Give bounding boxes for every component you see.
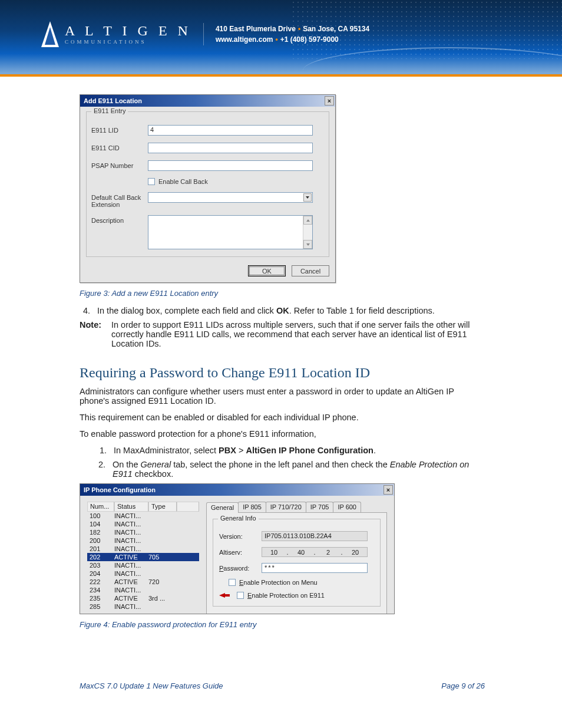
tab-ip-600[interactable]: IP 600 bbox=[333, 502, 361, 512]
col-fill bbox=[177, 502, 199, 512]
close-icon[interactable]: × bbox=[384, 485, 393, 495]
dialog-titlebar[interactable]: Add E911 Location × bbox=[80, 95, 335, 107]
general-info-group: General Info Version: IP705.0113.010B.22… bbox=[213, 519, 381, 607]
psap-number-input[interactable] bbox=[148, 160, 313, 171]
scroll-up-icon[interactable] bbox=[303, 216, 312, 225]
col-status[interactable]: Status bbox=[114, 502, 148, 512]
table-row[interactable]: 200INACTI... bbox=[87, 536, 199, 545]
version-value: IP705.0113.010B.22A4 bbox=[262, 531, 368, 541]
close-icon[interactable]: × bbox=[325, 96, 334, 106]
add-e911-location-dialog: Add E911 Location × E911 Entry E911 LID … bbox=[80, 94, 336, 283]
table-row[interactable]: 234INACTI... bbox=[87, 586, 199, 594]
default-callback-ext-select[interactable] bbox=[148, 192, 313, 203]
table-row[interactable]: 203INACTI... bbox=[87, 561, 199, 569]
dialog-titlebar[interactable]: IP Phone Configuration × bbox=[80, 484, 394, 496]
table-row[interactable]: 222ACTIVE720 bbox=[87, 578, 199, 586]
checkbox-icon bbox=[229, 579, 236, 586]
footer-left: MaxCS 7.0 Update 1 New Features Guide bbox=[80, 681, 223, 690]
version-label: Version: bbox=[219, 533, 262, 540]
dialog-title: Add E911 Location bbox=[84, 97, 142, 104]
table-row[interactable]: 182INACTI... bbox=[87, 528, 199, 536]
ip-phone-configuration-dialog: IP Phone Configuration × Num... Status T… bbox=[80, 483, 395, 614]
footer-right: Page 9 of 26 bbox=[441, 681, 485, 690]
checkbox-label: Enable Protection on Menu bbox=[239, 579, 318, 586]
description-textarea[interactable] bbox=[148, 215, 313, 249]
description-label: Description bbox=[91, 215, 148, 224]
header-contact: 410 East Plumeria Drive•San Jose, CA 951… bbox=[216, 24, 369, 45]
tab-general-pane: General Info Version: IP705.0113.010B.22… bbox=[206, 512, 387, 614]
section-heading: Requiring a Password to Change E911 Loca… bbox=[80, 365, 485, 381]
altiserv-label: Altiserv: bbox=[219, 549, 262, 556]
altiserv-ip: 10. 40. 2. 20 bbox=[262, 547, 368, 557]
paragraph-3: To enable password protection for a phon… bbox=[80, 429, 485, 439]
note-block: Note: In order to support E911 LIDs acro… bbox=[80, 320, 485, 348]
tab-ip-705[interactable]: IP 705 bbox=[306, 502, 334, 512]
psap-number-label: PSAP Number bbox=[91, 160, 148, 169]
page-header-banner: A L T I G E N COMMUNICATIONS 410 East Pl… bbox=[0, 0, 562, 77]
paragraph-1: Administrators can configure whether use… bbox=[80, 387, 485, 406]
table-row[interactable]: 201INACTI... bbox=[87, 545, 199, 553]
enable-protection-menu-checkbox[interactable]: Enable Protection on Menu bbox=[229, 579, 374, 586]
svg-marker-2 bbox=[219, 593, 230, 598]
col-type[interactable]: Type bbox=[148, 502, 177, 512]
table-row[interactable]: 204INACTI... bbox=[87, 569, 199, 578]
e911-cid-input[interactable] bbox=[148, 143, 313, 153]
figure-4-caption: Figure 4: Enable password protection for… bbox=[80, 620, 485, 629]
cancel-button[interactable]: Cancel bbox=[292, 265, 329, 276]
figure-3-caption: Figure 3: Add a new E911 Location entry bbox=[80, 289, 485, 298]
group-label: E911 Entry bbox=[91, 107, 128, 114]
table-row[interactable]: 100INACTI... bbox=[87, 512, 199, 520]
tab-general[interactable]: General bbox=[206, 502, 239, 513]
password-input[interactable]: *** bbox=[262, 563, 368, 573]
step-1: 1. In MaxAdministrator, select PBX > Alt… bbox=[96, 446, 485, 455]
e911-lid-label: E911 LID bbox=[91, 125, 148, 134]
checkbox-label: Enable Protection on E911 bbox=[247, 592, 325, 599]
default-callback-ext-label: Default Call Back Extension bbox=[91, 192, 148, 208]
ok-button[interactable]: OK bbox=[248, 265, 286, 276]
callout-arrow-icon bbox=[219, 593, 230, 598]
chevron-down-icon bbox=[303, 193, 312, 202]
checkbox-icon bbox=[148, 178, 155, 185]
scrollbar[interactable] bbox=[303, 216, 312, 249]
table-row[interactable]: 202ACTIVE705 bbox=[87, 553, 199, 561]
table-row[interactable]: 104INACTI... bbox=[87, 520, 199, 528]
group-label: General Info bbox=[218, 515, 259, 522]
e911-cid-label: E911 CID bbox=[91, 143, 148, 151]
brand-text: A L T I G E N COMMUNICATIONS bbox=[65, 24, 191, 45]
enable-call-back-checkbox[interactable]: Enable Call Back bbox=[148, 178, 324, 185]
checkbox-icon bbox=[237, 592, 244, 599]
col-num[interactable]: Num... bbox=[87, 502, 114, 512]
table-row[interactable]: 235ACTIVE3rd ... bbox=[87, 594, 199, 602]
phone-list: Num... Status Type 100INACTI...104INACTI… bbox=[87, 502, 199, 614]
scroll-down-icon[interactable] bbox=[303, 240, 312, 249]
dialog-title: IP Phone Configuration bbox=[84, 486, 156, 493]
table-row[interactable]: 285INACTI... bbox=[87, 602, 199, 611]
paragraph-2: This requirement can be enabled or disab… bbox=[80, 413, 485, 422]
e911-lid-input[interactable]: 4 bbox=[148, 125, 313, 136]
tab-ip-805[interactable]: IP 805 bbox=[238, 502, 266, 512]
enable-protection-e911-checkbox[interactable]: Enable Protection on E911 bbox=[219, 592, 374, 599]
altigen-logo-icon bbox=[41, 21, 59, 47]
password-label: Password: bbox=[219, 565, 262, 572]
step-4: 4. In the dialog box, complete each fiel… bbox=[80, 306, 485, 315]
enable-call-back-label: Enable Call Back bbox=[158, 178, 208, 185]
step-2: 2. On the General tab, select the phone … bbox=[96, 460, 485, 479]
tab-ip-710-720[interactable]: IP 710/720 bbox=[266, 502, 306, 512]
e911-entry-group: E911 Entry E911 LID 4 E911 CID PSAP Numb… bbox=[86, 111, 329, 257]
